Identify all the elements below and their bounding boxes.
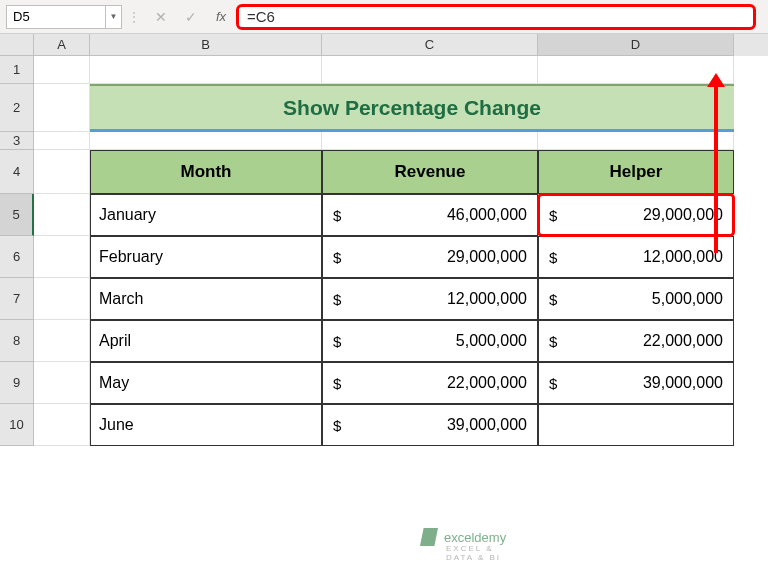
cell-revenue[interactable]: $29,000,000	[322, 236, 538, 278]
row-header-5[interactable]: 5	[0, 194, 34, 236]
currency-symbol: $	[333, 249, 341, 266]
cell[interactable]	[90, 132, 322, 150]
title-cell[interactable]: Show Percentage Change	[90, 84, 734, 132]
currency-symbol: $	[549, 249, 557, 266]
cell-helper[interactable]: $5,000,000	[538, 278, 734, 320]
watermark-brand: exceldemy	[444, 530, 506, 545]
annotation-arrow	[714, 85, 718, 253]
row-header-2[interactable]: 2	[0, 84, 34, 132]
row-1: 1	[0, 56, 768, 84]
cell-value: 22,000,000	[643, 332, 723, 350]
cell[interactable]	[34, 404, 90, 446]
cell-value: 12,000,000	[643, 248, 723, 266]
row-header-8[interactable]: 8	[0, 320, 34, 362]
currency-symbol: $	[333, 375, 341, 392]
row-10: 10 June $39,000,000	[0, 404, 768, 446]
cell-month[interactable]: June	[90, 404, 322, 446]
col-header-c[interactable]: C	[322, 34, 538, 56]
row-2: 2 Show Percentage Change	[0, 84, 768, 132]
cell-helper[interactable]: $12,000,000	[538, 236, 734, 278]
cell[interactable]	[538, 132, 734, 150]
currency-symbol: $	[549, 375, 557, 392]
cell-value: 29,000,000	[447, 248, 527, 266]
cell-helper-selected[interactable]: $29,000,000	[538, 194, 734, 236]
cell-month[interactable]: April	[90, 320, 322, 362]
name-box[interactable]: D5	[6, 5, 106, 29]
cell[interactable]	[34, 132, 90, 150]
cancel-icon[interactable]: ✕	[146, 5, 176, 29]
row-4: 4 Month Revenue Helper	[0, 150, 768, 194]
watermark-sub: EXCEL & DATA & BI	[446, 544, 506, 562]
cell[interactable]	[322, 132, 538, 150]
currency-symbol: $	[549, 333, 557, 350]
header-revenue[interactable]: Revenue	[322, 150, 538, 194]
row-header-6[interactable]: 6	[0, 236, 34, 278]
row-header-10[interactable]: 10	[0, 404, 34, 446]
currency-symbol: $	[333, 417, 341, 434]
fx-label[interactable]: fx	[206, 9, 236, 24]
cell-revenue[interactable]: $22,000,000	[322, 362, 538, 404]
cell-value: 39,000,000	[447, 416, 527, 434]
row-header-4[interactable]: 4	[0, 150, 34, 194]
enter-icon[interactable]: ✓	[176, 5, 206, 29]
cell-month[interactable]: March	[90, 278, 322, 320]
cell-helper-empty[interactable]	[538, 404, 734, 446]
name-box-dropdown[interactable]: ▼	[106, 5, 122, 29]
col-header-a[interactable]: A	[34, 34, 90, 56]
cell-month[interactable]: February	[90, 236, 322, 278]
cell-revenue[interactable]: $46,000,000	[322, 194, 538, 236]
cell-value: 12,000,000	[447, 290, 527, 308]
cell-month[interactable]: May	[90, 362, 322, 404]
spreadsheet-grid: A B C D 1 2 Show Percentage Change 3 4 M…	[0, 34, 768, 446]
cell[interactable]	[34, 236, 90, 278]
cell-helper[interactable]: $39,000,000	[538, 362, 734, 404]
formula-input[interactable]: =C6	[236, 4, 756, 30]
row-6: 6 February $29,000,000 $12,000,000	[0, 236, 768, 278]
currency-symbol: $	[333, 333, 341, 350]
column-headers: A B C D	[0, 34, 768, 56]
header-helper[interactable]: Helper	[538, 150, 734, 194]
cell-value: 39,000,000	[643, 374, 723, 392]
row-9: 9 May $22,000,000 $39,000,000	[0, 362, 768, 404]
cell-value: 46,000,000	[447, 206, 527, 224]
cell[interactable]	[34, 362, 90, 404]
cell-revenue[interactable]: $12,000,000	[322, 278, 538, 320]
cell-value: 5,000,000	[456, 332, 527, 350]
currency-symbol: $	[549, 207, 557, 224]
cell-value: 22,000,000	[447, 374, 527, 392]
formula-bar: D5 ▼ ⋮ ✕ ✓ fx =C6	[0, 0, 768, 34]
separator: ⋮	[122, 9, 146, 25]
select-all-corner[interactable]	[0, 34, 34, 56]
cell[interactable]	[34, 84, 90, 132]
cell[interactable]	[34, 150, 90, 194]
col-header-d[interactable]: D	[538, 34, 734, 56]
cell-value: 29,000,000	[643, 206, 723, 224]
currency-symbol: $	[549, 291, 557, 308]
cell-helper[interactable]: $22,000,000	[538, 320, 734, 362]
col-header-b[interactable]: B	[90, 34, 322, 56]
row-8: 8 April $5,000,000 $22,000,000	[0, 320, 768, 362]
cell-revenue[interactable]: $39,000,000	[322, 404, 538, 446]
row-7: 7 March $12,000,000 $5,000,000	[0, 278, 768, 320]
currency-symbol: $	[333, 207, 341, 224]
cell-value: 5,000,000	[652, 290, 723, 308]
row-3: 3	[0, 132, 768, 150]
cell[interactable]	[90, 56, 322, 84]
row-header-7[interactable]: 7	[0, 278, 34, 320]
row-5: 5 January $46,000,000 $29,000,000	[0, 194, 768, 236]
row-header-1[interactable]: 1	[0, 56, 34, 84]
header-month[interactable]: Month	[90, 150, 322, 194]
cell[interactable]	[538, 56, 734, 84]
cell[interactable]	[34, 320, 90, 362]
cell-month[interactable]: January	[90, 194, 322, 236]
cell-revenue[interactable]: $5,000,000	[322, 320, 538, 362]
row-header-9[interactable]: 9	[0, 362, 34, 404]
cell[interactable]	[322, 56, 538, 84]
cell[interactable]	[34, 194, 90, 236]
cell[interactable]	[34, 56, 90, 84]
currency-symbol: $	[333, 291, 341, 308]
logo-icon	[420, 528, 438, 546]
cell[interactable]	[34, 278, 90, 320]
watermark: exceldemy EXCEL & DATA & BI	[420, 528, 506, 546]
row-header-3[interactable]: 3	[0, 132, 34, 150]
